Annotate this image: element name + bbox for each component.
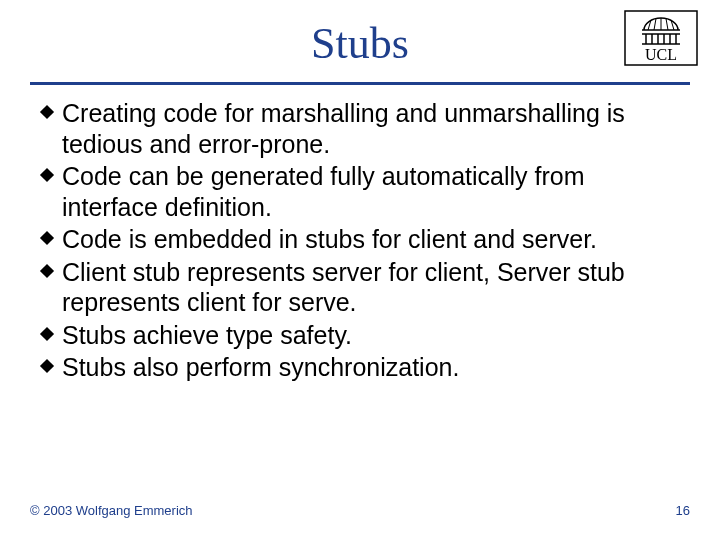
list-item-text: Stubs achieve type safety. xyxy=(62,320,680,351)
footer-page-number: 16 xyxy=(676,503,690,518)
slide: Stubs UCL xyxy=(0,0,720,540)
list-item: Stubs achieve type safety. xyxy=(40,320,680,351)
list-item-text: Stubs also perform synchronization. xyxy=(62,352,680,383)
footer-copyright: © 2003 Wolfgang Emmerich xyxy=(30,503,193,518)
list-item-text: Code is embedded in stubs for client and… xyxy=(62,224,680,255)
bullet-marker xyxy=(40,320,62,339)
list-item-text: Client stub represents server for client… xyxy=(62,257,680,318)
bullet-marker xyxy=(40,224,62,243)
list-item: Code can be generated fully automaticall… xyxy=(40,161,680,222)
list-item: Client stub represents server for client… xyxy=(40,257,680,318)
list-item-text: Creating code for marshalling and unmars… xyxy=(62,98,680,159)
bullet-marker xyxy=(40,352,62,371)
logo-text: UCL xyxy=(645,46,677,63)
svg-line-3 xyxy=(654,19,656,31)
list-item: Creating code for marshalling and unmars… xyxy=(40,98,680,159)
svg-line-5 xyxy=(666,19,668,31)
bullet-list: Creating code for marshalling and unmars… xyxy=(40,98,680,385)
list-item: Stubs also perform synchronization. xyxy=(40,352,680,383)
bullet-marker xyxy=(40,257,62,276)
list-item-text: Code can be generated fully automaticall… xyxy=(62,161,680,222)
ucl-logo: UCL xyxy=(624,10,698,66)
bullet-marker xyxy=(40,161,62,180)
slide-title: Stubs xyxy=(0,18,720,69)
bullet-marker xyxy=(40,98,62,117)
title-divider xyxy=(30,82,690,85)
list-item: Code is embedded in stubs for client and… xyxy=(40,224,680,255)
